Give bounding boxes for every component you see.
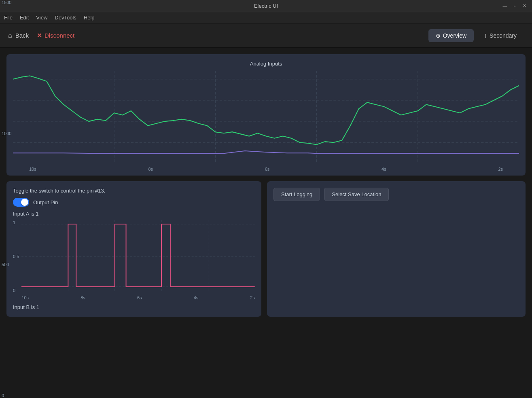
select-save-location-button[interactable]: Select Save Location [324, 188, 389, 201]
nav-right: ⊕ Overview ⫿ Secondary [428, 29, 524, 42]
close-button[interactable]: ✕ [521, 3, 527, 9]
start-logging-button[interactable]: Start Logging [273, 188, 320, 201]
right-panel: Start Logging Select Save Location [267, 181, 526, 317]
input-b-status: Input B is 1 [13, 304, 255, 310]
logging-buttons: Start Logging Select Save Location [273, 188, 519, 201]
digital-chart-svg [21, 220, 255, 293]
secondary-icon: ⫿ [484, 32, 487, 39]
analog-y-axis: 1500 1000 500 0 [0, 0, 13, 398]
digital-y-axis: 1 0.5 0 [13, 220, 21, 293]
app-title: Electric UI [254, 3, 278, 9]
analog-x-axis: 10s 8s 6s 4s 2s [13, 165, 519, 171]
pin-hint: Toggle the switch to control the pin #13… [13, 188, 255, 194]
disconnect-button[interactable]: ✕ Disconnect [37, 32, 74, 39]
menu-devtools[interactable]: DevTools [55, 15, 76, 21]
close-icon: ✕ [37, 32, 42, 39]
back-label: Back [15, 32, 29, 39]
bottom-row: Toggle the switch to control the pin #13… [6, 181, 526, 317]
disconnect-label: Disconnect [45, 32, 74, 39]
toggle-knob [21, 199, 28, 206]
digital-x-axis: 10s 8s 6s 4s 2s [21, 294, 255, 300]
secondary-label: Secondary [490, 32, 517, 39]
output-pin-label: Output Pin [33, 199, 58, 205]
menubar: File Edit View DevTools Help [0, 12, 532, 23]
analog-chart-svg [13, 71, 519, 163]
menu-edit[interactable]: Edit [20, 15, 29, 21]
titlebar: Electric UI — ▫ ✕ [0, 0, 532, 12]
main-content: Analog Inputs 1500 1000 500 0 [0, 48, 532, 323]
input-a-status: Input A is 1 [13, 211, 255, 217]
window-controls: — ▫ ✕ [502, 3, 527, 9]
output-pin-toggle[interactable] [13, 198, 29, 207]
analog-inputs-panel: Analog Inputs 1500 1000 500 0 [6, 54, 526, 176]
menu-help[interactable]: Help [84, 15, 95, 21]
overview-label: Overview [443, 32, 466, 39]
analog-chart-title: Analog Inputs [13, 61, 519, 67]
output-pin-toggle-row: Output Pin [13, 198, 255, 207]
menu-view[interactable]: View [36, 15, 47, 21]
secondary-button[interactable]: ⫿ Secondary [477, 29, 524, 42]
left-panel: Toggle the switch to control the pin #13… [6, 181, 261, 317]
minimize-button[interactable]: — [502, 3, 508, 9]
nav-left: ⌂ Back ✕ Disconnect [8, 32, 74, 39]
top-nav: ⌂ Back ✕ Disconnect ⊕ Overview ⫿ Seconda… [0, 23, 532, 48]
overview-icon: ⊕ [436, 32, 441, 39]
maximize-button[interactable]: ▫ [512, 3, 517, 9]
overview-button[interactable]: ⊕ Overview [428, 29, 474, 42]
